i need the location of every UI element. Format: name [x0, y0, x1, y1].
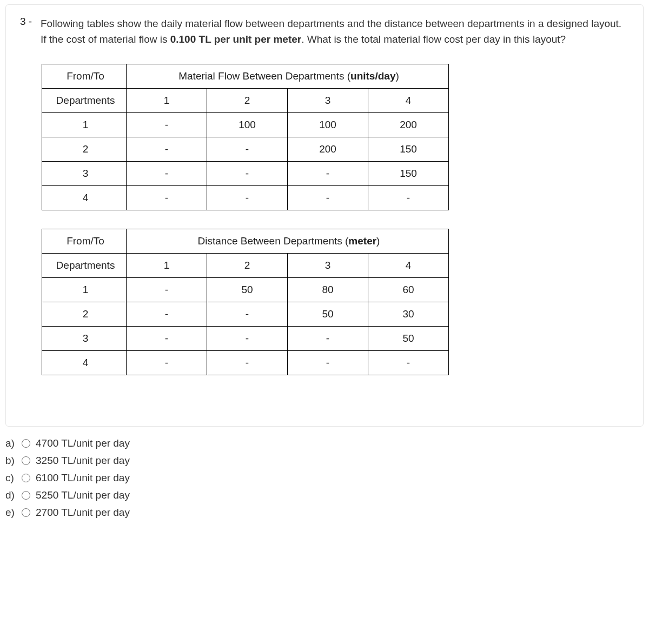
table-material-flow: From/To Material Flow Between Department…	[42, 64, 449, 210]
question-text-part2: . What is the total material flow cost p…	[301, 34, 566, 45]
table2-r1-c3: 80	[288, 277, 368, 302]
table2-r1-c2: 50	[207, 277, 288, 302]
table2-header-left: From/To	[42, 229, 127, 253]
t2-hs-2: )	[376, 235, 380, 247]
table1-r1-c2: 100	[207, 112, 288, 137]
table-row: 4 - - - -	[42, 350, 449, 375]
table1-r2-c4: 150	[368, 137, 449, 161]
table2-header-span: Distance Between Departments (meter)	[127, 229, 449, 253]
table2-r2-c2: -	[207, 302, 288, 326]
table1-r1-c4: 200	[368, 112, 449, 137]
table-distance: From/To Distance Between Departments (me…	[42, 229, 449, 375]
table2-r1-c1: -	[127, 277, 207, 302]
table-row: From/To Material Flow Between Department…	[42, 64, 449, 88]
option-d-letter: d)	[5, 489, 16, 501]
table1-r3-c1: -	[127, 161, 207, 185]
table1-r1-c1: -	[127, 112, 207, 137]
table1-header-span: Material Flow Between Departments (units…	[127, 64, 449, 88]
table1-r3-label: 3	[42, 161, 127, 185]
question-header: 3 - Following tables show the daily mate…	[20, 16, 629, 48]
table1-r4-c3: -	[288, 185, 368, 210]
table2-r2-c1: -	[127, 302, 207, 326]
table-row: 4 - - - -	[42, 185, 449, 210]
table-row: 1 - 50 80 60	[42, 277, 449, 302]
option-c-letter: c)	[5, 472, 16, 484]
table2-r2-label: 2	[42, 302, 127, 326]
table2-r2-c3: 50	[288, 302, 368, 326]
t2-hs-bold: meter	[348, 235, 376, 247]
table1-r2-label: 2	[42, 137, 127, 161]
t1-hs-1: Material Flow Between Departments (	[178, 70, 350, 82]
table1-r2-c1: -	[127, 137, 207, 161]
table2-r4-c4: -	[368, 350, 449, 375]
table2-dep-label: Departments	[42, 253, 127, 277]
option-b-letter: b)	[5, 455, 16, 467]
table2-r1-label: 1	[42, 277, 127, 302]
table1-col-2: 2	[207, 88, 288, 112]
table1-r3-c3: -	[288, 161, 368, 185]
table-row: 2 - - 50 30	[42, 302, 449, 326]
table1-col-1: 1	[127, 88, 207, 112]
table-row: 3 - - - 150	[42, 161, 449, 185]
table-row: From/To Distance Between Departments (me…	[42, 229, 449, 253]
question-text-bold: 0.100 TL per unit per meter	[170, 34, 302, 45]
table-row: 1 - 100 100 200	[42, 112, 449, 137]
table2-r3-c2: -	[207, 326, 288, 350]
table1-r3-c2: -	[207, 161, 288, 185]
option-c-radio[interactable]	[22, 474, 30, 482]
table2-r3-c1: -	[127, 326, 207, 350]
table2-col-3: 3	[288, 253, 368, 277]
option-b-text: 3250 TL/unit per day	[36, 455, 130, 467]
table2-r4-c2: -	[207, 350, 288, 375]
table2-r3-label: 3	[42, 326, 127, 350]
option-d-radio[interactable]	[22, 491, 30, 500]
table2-r4-c1: -	[127, 350, 207, 375]
option-e-radio[interactable]	[22, 508, 30, 517]
table1-dep-label: Departments	[42, 88, 127, 112]
table1-r1-c3: 100	[288, 112, 368, 137]
table-row: 3 - - - 50	[42, 326, 449, 350]
table1-r1-label: 1	[42, 112, 127, 137]
table1-r4-c4: -	[368, 185, 449, 210]
option-a-letter: a)	[5, 437, 16, 449]
option-d: d) 5250 TL/unit per day	[5, 489, 649, 501]
table1-header-left: From/To	[42, 64, 127, 88]
option-d-text: 5250 TL/unit per day	[36, 489, 130, 501]
table2-r1-c4: 60	[368, 277, 449, 302]
table-row: Departments 1 2 3 4	[42, 88, 449, 112]
table1-r4-label: 4	[42, 185, 127, 210]
option-a-radio[interactable]	[22, 439, 30, 448]
option-b: b) 3250 TL/unit per day	[5, 455, 649, 467]
option-b-radio[interactable]	[22, 456, 30, 465]
table1-col-3: 3	[288, 88, 368, 112]
option-e-text: 2700 TL/unit per day	[36, 507, 130, 519]
table2-r4-c3: -	[288, 350, 368, 375]
t1-hs-bold: units/day	[350, 70, 395, 82]
table2-col-1: 1	[127, 253, 207, 277]
table2-r3-c3: -	[288, 326, 368, 350]
table-row: Departments 1 2 3 4	[42, 253, 449, 277]
table2-r2-c4: 30	[368, 302, 449, 326]
table-row: 2 - - 200 150	[42, 137, 449, 161]
option-e-letter: e)	[5, 507, 16, 519]
table2-col-2: 2	[207, 253, 288, 277]
table1-r4-c2: -	[207, 185, 288, 210]
option-a: a) 4700 TL/unit per day	[5, 437, 649, 449]
table2-r4-label: 4	[42, 350, 127, 375]
table2-col-4: 4	[368, 253, 449, 277]
option-c: c) 6100 TL/unit per day	[5, 472, 649, 484]
answer-options: a) 4700 TL/unit per day b) 3250 TL/unit …	[5, 437, 649, 519]
table1-r3-c4: 150	[368, 161, 449, 185]
question-container: 3 - Following tables show the daily mate…	[5, 4, 644, 427]
t2-hs-1: Distance Between Departments (	[198, 235, 349, 247]
table1-r2-c2: -	[207, 137, 288, 161]
t1-hs-2: )	[395, 70, 399, 82]
table1-col-4: 4	[368, 88, 449, 112]
option-a-text: 4700 TL/unit per day	[36, 437, 130, 449]
question-text: Following tables show the daily material…	[41, 16, 629, 48]
table1-r4-c1: -	[127, 185, 207, 210]
question-number: 3 -	[20, 16, 33, 28]
table1-r2-c3: 200	[288, 137, 368, 161]
option-e: e) 2700 TL/unit per day	[5, 507, 649, 519]
tables-area: From/To Material Flow Between Department…	[42, 64, 629, 375]
